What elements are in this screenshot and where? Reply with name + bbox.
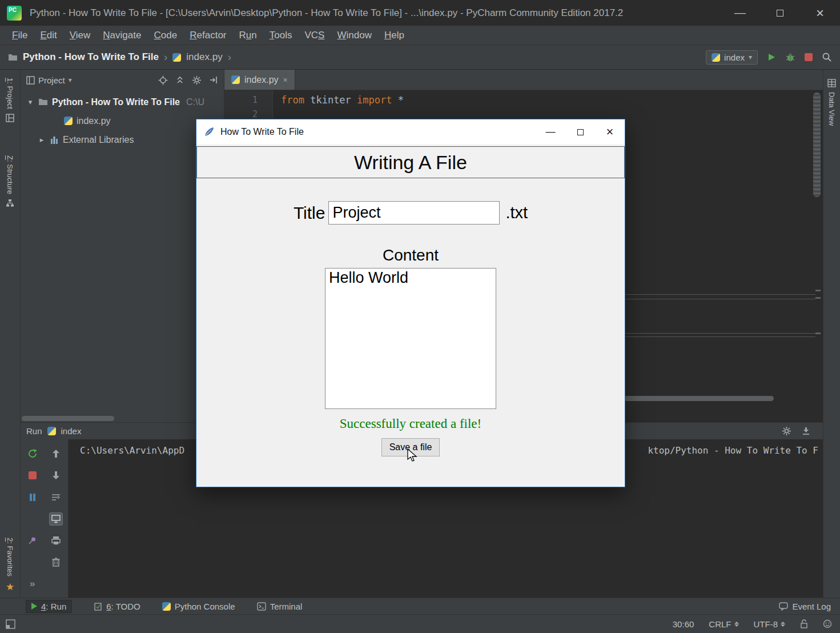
- locate-file-icon[interactable]: [158, 75, 168, 85]
- menu-code[interactable]: Code: [148, 30, 184, 41]
- dialog-titlebar[interactable]: How To Write To File — ×: [196, 119, 625, 145]
- code-text: *: [392, 94, 404, 106]
- tree-row-external-libraries[interactable]: ▸ External Libraries: [21, 130, 224, 149]
- tool-button-data-view[interactable]: Data View: [823, 79, 840, 126]
- run-button[interactable]: [767, 53, 776, 62]
- menu-run[interactable]: Run: [233, 30, 263, 41]
- close-button[interactable]: ×: [800, 0, 840, 26]
- run-configuration-select[interactable]: index ▾: [706, 50, 758, 65]
- project-panel-header: Project ▾: [21, 70, 224, 90]
- breadcrumb-project[interactable]: Python - How To Write To File: [23, 51, 159, 63]
- structure-tool-icon: [6, 199, 14, 207]
- editor-vertical-scrollbar[interactable]: [813, 91, 821, 239]
- menu-help[interactable]: Help: [378, 30, 411, 41]
- settings-gear-icon[interactable]: [192, 75, 202, 85]
- tool-window-bar: 4: Run 6: TODO Python Console Terminal E…: [0, 598, 840, 614]
- menu-edit[interactable]: Edit: [34, 30, 63, 41]
- toggle-toolwindows-icon[interactable]: [6, 619, 15, 629]
- editor-guide-line: [624, 336, 815, 337]
- pin-tab-button[interactable]: [28, 536, 37, 545]
- tool-tab-terminal[interactable]: Terminal: [257, 602, 303, 611]
- code-keyword: from: [281, 94, 304, 106]
- print-button[interactable]: [51, 536, 61, 545]
- pycharm-logo-text: PC: [7, 6, 22, 13]
- dialog-minimize-button[interactable]: —: [536, 119, 565, 145]
- minimize-button[interactable]: —: [720, 0, 760, 26]
- content-textarea[interactable]: Hello World: [325, 268, 496, 409]
- show-console-button[interactable]: [49, 512, 63, 526]
- error-stripe-mark: [815, 290, 821, 291]
- dialog-maximize-button[interactable]: [565, 119, 595, 145]
- editor-horizontal-scrollbar[interactable]: [624, 396, 774, 401]
- inspection-profile-icon[interactable]: [823, 619, 832, 628]
- maximize-icon: [777, 10, 783, 17]
- scroll-to-end-icon[interactable]: [802, 427, 810, 435]
- line-separator-widget[interactable]: CRLF: [709, 619, 738, 629]
- menu-refactor[interactable]: Refactor: [183, 30, 232, 41]
- folder-icon: [38, 98, 48, 106]
- run-tab-play-icon: [31, 603, 37, 610]
- tab-close-icon[interactable]: ×: [283, 75, 288, 85]
- tree-expand-icon[interactable]: ▾: [26, 98, 34, 106]
- clear-console-button[interactable]: [52, 558, 60, 567]
- tool-tab-run[interactable]: 4: Run: [26, 600, 72, 613]
- tree-row-file[interactable]: index.py: [21, 111, 224, 130]
- dialog-close-button[interactable]: ×: [595, 119, 625, 145]
- maximize-icon: [577, 129, 584, 135]
- stop-process-button[interactable]: [29, 471, 37, 479]
- up-stack-trace-icon[interactable]: [52, 449, 60, 458]
- minimize-icon: —: [546, 126, 556, 138]
- breadcrumb-file[interactable]: index.py: [186, 51, 222, 63]
- caret-position-widget[interactable]: 30:60: [673, 619, 694, 629]
- menu-vcs[interactable]: VCS: [298, 30, 331, 41]
- tool-button-structure[interactable]: Z: Structure: [0, 155, 20, 207]
- python-file-icon: [172, 53, 181, 62]
- content-label: Content: [196, 246, 625, 265]
- tool-button-favorites[interactable]: 2: Favorites ★: [0, 538, 20, 593]
- debug-button[interactable]: [785, 53, 795, 62]
- python-config-icon: [712, 53, 720, 62]
- more-actions-icon[interactable]: »: [30, 578, 35, 590]
- editor-guide-line: [624, 299, 815, 299]
- project-view-caret-icon[interactable]: ▾: [69, 76, 72, 84]
- tool-tab-event-log[interactable]: Event Log: [779, 602, 831, 611]
- menu-tools[interactable]: Tools: [263, 30, 299, 41]
- project-tree: ▾ Python - How To Write To File C:\U ind…: [21, 90, 224, 415]
- project-panel: Project ▾ ▾: [21, 70, 224, 422]
- down-stack-trace-icon[interactable]: [52, 471, 60, 480]
- stop-button[interactable]: [805, 53, 813, 61]
- tool-tab-event-log-label: Event Log: [792, 602, 831, 611]
- tkinter-dialog: How To Write To File — × Writing A File …: [196, 119, 625, 487]
- menu-view[interactable]: View: [63, 30, 97, 41]
- code-text: tkinter: [304, 94, 357, 106]
- tool-button-project[interactable]: 1: Project: [0, 78, 20, 122]
- hide-panel-icon[interactable]: [209, 75, 218, 85]
- maximize-button[interactable]: [760, 0, 800, 26]
- external-libraries-icon: [50, 135, 59, 145]
- collapse-all-icon[interactable]: [175, 75, 184, 85]
- tool-tab-todo[interactable]: 6: TODO: [94, 602, 140, 611]
- tree-file-label: index.py: [77, 116, 111, 126]
- run-panel-tab[interactable]: index: [61, 426, 82, 436]
- rerun-button[interactable]: [27, 448, 38, 459]
- editor-scrollbar-thumb[interactable]: [813, 93, 821, 197]
- project-panel-title[interactable]: Project: [38, 75, 65, 85]
- editor-tab-index-py[interactable]: index.py ×: [224, 70, 295, 90]
- updown-icon: [781, 622, 785, 627]
- pause-output-button[interactable]: [29, 493, 37, 502]
- run-panel-title: Run: [26, 426, 42, 436]
- search-everywhere-button[interactable]: [822, 52, 832, 62]
- menu-file[interactable]: File: [6, 30, 34, 41]
- menu-window[interactable]: Window: [331, 30, 378, 41]
- tree-row-root[interactable]: ▾ Python - How To Write To File C:\U: [21, 93, 224, 111]
- menu-navigate[interactable]: Navigate: [97, 30, 147, 41]
- encoding-widget[interactable]: UTF-8: [754, 619, 786, 629]
- soft-wrap-icon[interactable]: [51, 493, 61, 502]
- lock-icon[interactable]: [800, 619, 808, 628]
- tree-collapse-icon[interactable]: ▸: [38, 135, 46, 144]
- title-input[interactable]: [328, 201, 500, 225]
- tool-tab-python-console[interactable]: Python Console: [162, 602, 235, 611]
- run-settings-gear-icon[interactable]: [782, 426, 791, 436]
- project-scrollbar-thumb[interactable]: [22, 416, 114, 421]
- editor-tab-label: index.py: [244, 75, 279, 85]
